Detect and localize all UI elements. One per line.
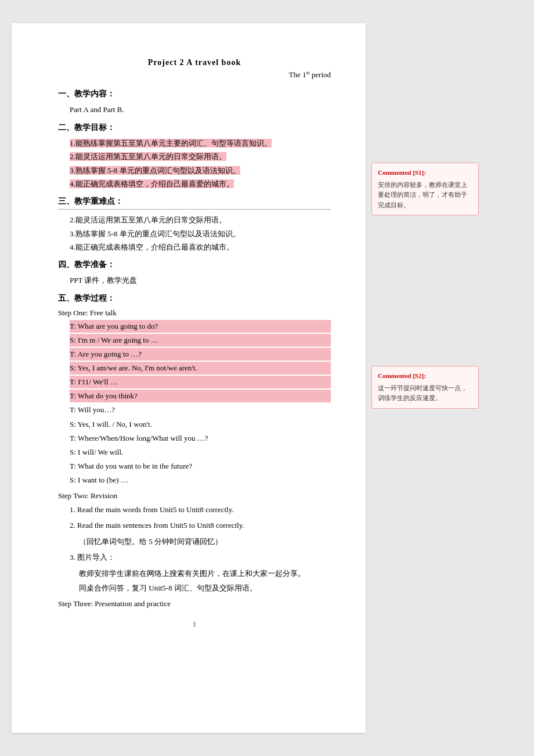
- doc-title: Project 2 A travel book: [58, 58, 331, 67]
- section3-item-1: 2.能灵活运用第五至第八单元的日常交际用语。: [70, 213, 331, 226]
- dialogue-2: S: I'm m / We are going to …: [70, 334, 331, 347]
- section3-item-2: 3.熟练掌握 5-8 单元的重点词汇句型以及语法知识。: [70, 227, 331, 240]
- comment-box-1: Commented [S1]: 安排的内容较多，教师在课堂上要处理的简洁，明了，…: [371, 163, 479, 215]
- section1-content: Part A and Part B.: [70, 103, 331, 116]
- comment2-author: Commented [S2]:: [378, 371, 472, 381]
- section2-heading: 二、教学目标：: [58, 123, 331, 133]
- dialogue-9: T: Where/When/How long/What will you …?: [70, 432, 331, 445]
- revision-note: （回忆单词句型。给 5 分钟时间背诵回忆）: [79, 535, 331, 548]
- dialogue-5: T: I'11/ We'll …: [70, 376, 331, 388]
- step-three-label: Step Three: Presentation and practice: [58, 599, 331, 609]
- dialogue-1: T: What are you going to do?: [70, 320, 331, 333]
- dialogue-6: T: What do you think?: [70, 390, 331, 402]
- comment1-author: Commented [S1]:: [378, 168, 472, 178]
- comment1-text: 安排的内容较多，教师在课堂上要处理的简洁，明了，才有助于完成目标。: [378, 180, 472, 211]
- section5-heading: 五、教学过程：: [58, 293, 331, 304]
- dialogue-8: S: Yes, I will. / No, I won't.: [70, 418, 331, 431]
- dialogue-11: T: What do you want to be in the future?: [70, 460, 331, 473]
- dialogue-7: T: Will you…?: [70, 404, 331, 416]
- comment-box-2: Commented [S2]: 这一环节提问时速度可快一点，训练学生的反应速度。: [371, 366, 479, 409]
- section4-heading: 四、教学准备：: [58, 260, 331, 270]
- dialogue-4: S: Yes, I am/we are. No, I'm not/we aren…: [70, 362, 331, 375]
- comments-column: Commented [S1]: 安排的内容较多，教师在课堂上要处理的简洁，明了，…: [366, 23, 482, 733]
- doc-subtitle: The 1st period: [58, 70, 331, 80]
- section2-item-3: 3.熟练掌握 5-8 单元的重点词汇句型以及语法知识。: [70, 164, 331, 177]
- page-number: 1: [58, 620, 331, 629]
- document-page: Project 2 A travel book The 1st period 一…: [12, 23, 366, 733]
- revision-item-2: 2. Read the main sentences from Unit5 to…: [70, 519, 331, 532]
- revision-item-3: 3. 图片导入：: [70, 550, 331, 564]
- section3-item-3: 4.能正确完成表格填空，介绍自己最喜欢的城市。: [70, 240, 331, 254]
- section1-heading: 一、教学内容：: [58, 89, 331, 99]
- revision-detail-2: 同桌合作问答，复习 Unit5-8 词汇、句型及交际用语。: [79, 581, 331, 595]
- page-wrapper: Project 2 A travel book The 1st period 一…: [12, 23, 522, 733]
- section2-item-2: 2.能灵活运用第五至第八单元的日常交际用语。: [70, 150, 331, 163]
- dialogue-12: S: I want to (be) …: [70, 474, 331, 487]
- step-two-label: Step Two: Revision: [58, 491, 331, 501]
- dialogue-3: T: Are you going to …?: [70, 348, 331, 361]
- section3-items: 2.能灵活运用第五至第八单元的日常交际用语。 3.熟练掌握 5-8 单元的重点词…: [70, 213, 331, 254]
- comment2-text: 这一环节提问时速度可快一点，训练学生的反应速度。: [378, 383, 472, 404]
- revision-item-1: 1. Read the main words from Unit5 to Uni…: [70, 503, 331, 516]
- section2-item-4: 4.能正确完成表格填空，介绍自己最喜爱的城市。: [70, 177, 331, 190]
- dialogue-10: S: I will/ We will.: [70, 446, 331, 459]
- section2-items: 1.能熟练掌握第五至第八单元主要的词汇、句型等语言知识。 2.能灵活运用第五至第…: [70, 136, 331, 191]
- section2-item-1: 1.能熟练掌握第五至第八单元主要的词汇、句型等语言知识。: [70, 136, 331, 150]
- section3-heading: 三、教学重难点：: [58, 196, 331, 210]
- revision-detail-1: 教师安排学生课前在网络上搜索有关图片，在课上和大家一起分享。: [79, 567, 331, 580]
- step-one-label: Step One: Free talk: [58, 308, 331, 318]
- section4-content: PPT 课件，教学光盘: [70, 273, 331, 287]
